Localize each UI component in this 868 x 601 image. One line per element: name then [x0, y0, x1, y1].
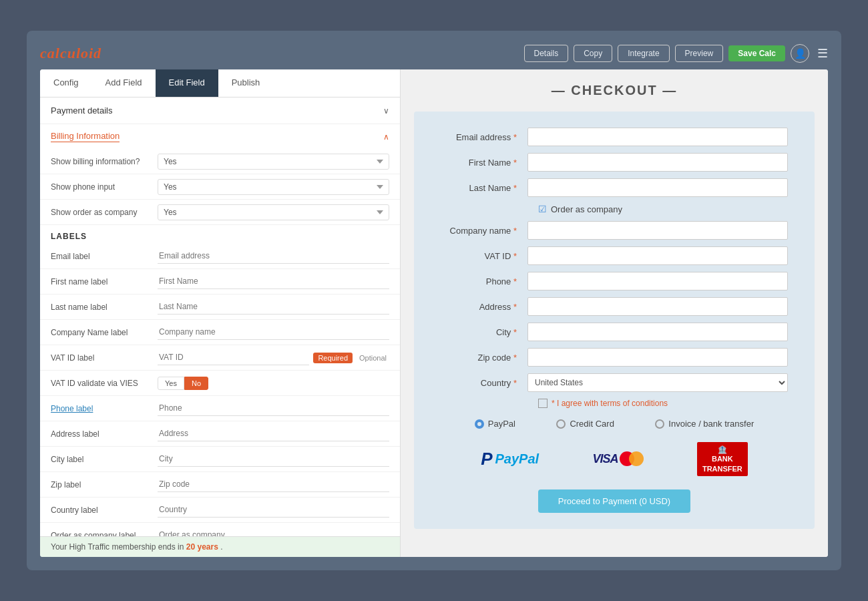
address-label-value[interactable]	[158, 426, 389, 441]
checkout-address-input[interactable]	[527, 297, 788, 316]
checkout-city-input[interactable]	[527, 323, 788, 341]
checkout-zip-input[interactable]	[527, 348, 788, 367]
city-label-input[interactable]	[158, 451, 389, 467]
tab-edit-field[interactable]: Edit Field	[156, 69, 218, 97]
show-billing-value[interactable]: Yes No	[158, 154, 389, 170]
bank-transfer-label: Invoice / bank transfer	[668, 419, 754, 429]
address-label-input[interactable]	[158, 426, 389, 441]
left-panel: Config Add Field Edit Field Publish Paym…	[40, 69, 401, 557]
show-billing-row: Show billing information? Yes No	[40, 149, 400, 174]
show-phone-select[interactable]: Yes No	[158, 179, 389, 195]
checkout-country-row: Country * United States	[441, 373, 788, 392]
order-as-company-text: Order as company	[551, 204, 622, 214]
vat-label-input[interactable]	[158, 350, 309, 365]
vat-label-text: VAT ID label	[51, 353, 158, 363]
show-company-value[interactable]: Yes No	[158, 204, 389, 220]
country-label-value[interactable]	[158, 502, 389, 518]
yes-no-toggle: Yes No	[158, 377, 389, 390]
mastercard-circles	[620, 451, 644, 466]
menu-icon[interactable]: ☰	[817, 46, 828, 61]
firstname-label-value[interactable]	[158, 274, 389, 289]
terms-row: * I agree with terms of conditions	[538, 399, 788, 408]
tab-config[interactable]: Config	[40, 69, 92, 97]
email-star: *	[513, 132, 517, 142]
order-company-label-input[interactable]	[158, 528, 389, 536]
show-billing-select[interactable]: Yes No	[158, 154, 389, 170]
billing-title: Billing Information	[51, 131, 120, 142]
company-label-value[interactable]	[158, 325, 389, 340]
visa-mastercard-logo: VISA	[593, 451, 644, 466]
show-company-row: Show order as company Yes No	[40, 200, 400, 225]
preview-area: — CHECKOUT — Email address * First Name …	[401, 69, 828, 557]
billing-header[interactable]: Billing Information ∧	[40, 124, 400, 149]
status-suffix: .	[220, 542, 222, 552]
credit-card-radio[interactable]	[556, 419, 566, 429]
show-phone-value[interactable]: Yes No	[158, 179, 389, 195]
email-label-input[interactable]	[158, 248, 389, 264]
checkout-company-label: Company name *	[441, 226, 527, 236]
proceed-btn-wrapper: Proceed to Payment (0 USD)	[441, 489, 788, 513]
checkout-email-input[interactable]	[527, 128, 788, 146]
checkout-firstname-input[interactable]	[527, 153, 788, 172]
payment-details-section[interactable]: Payment details ∨	[40, 97, 400, 124]
email-label-value[interactable]	[158, 248, 389, 264]
country-label-text: Country label	[51, 506, 158, 515]
phone-label-input[interactable]	[158, 401, 389, 416]
checkout-country-select[interactable]: United States	[527, 373, 788, 392]
lastname-label-value[interactable]	[158, 299, 389, 315]
order-company-label-row: Order as company label	[40, 523, 400, 536]
required-badge[interactable]: Required	[313, 353, 353, 363]
details-button[interactable]: Details	[524, 45, 569, 62]
vat-label-row: VAT ID label Required Optional	[40, 345, 400, 371]
vat-vies-label: VAT ID validate via VIES	[51, 379, 158, 388]
city-star: *	[513, 327, 517, 337]
company-label-input[interactable]	[158, 325, 389, 340]
paypal-option[interactable]: PayPal	[475, 419, 515, 429]
optional-badge[interactable]: Optional	[357, 353, 389, 363]
toggle-yes-button[interactable]: Yes	[158, 377, 184, 390]
bank-transfer-option[interactable]: Invoice / bank transfer	[655, 419, 754, 429]
zip-label-value[interactable]	[158, 477, 389, 492]
checkout-company-input[interactable]	[527, 221, 788, 240]
terms-checkbox[interactable]	[538, 399, 548, 408]
integrate-button[interactable]: Integrate	[618, 45, 669, 62]
save-calc-button[interactable]: Save Calc	[728, 45, 785, 61]
checkbox-checked-icon: ☑	[538, 204, 547, 214]
checkout-country-label: Country *	[441, 378, 527, 388]
checkout-address-label: Address *	[441, 302, 527, 312]
country-label-input[interactable]	[158, 502, 389, 518]
show-company-select[interactable]: Yes No	[158, 204, 389, 220]
vat-star: *	[513, 251, 517, 261]
vat-vies-row: VAT ID validate via VIES Yes No	[40, 371, 400, 396]
payment-logos: P PayPal VISA	[441, 442, 788, 476]
checkout-vat-input[interactable]	[527, 246, 788, 265]
paypal-p-icon: P	[481, 449, 492, 469]
toggle-no-button[interactable]: No	[184, 377, 208, 390]
proceed-payment-button[interactable]: Proceed to Payment (0 USD)	[538, 489, 690, 513]
zip-label-input[interactable]	[158, 477, 389, 492]
phone-label-text: Phone label	[51, 404, 158, 413]
preview-button[interactable]: Preview	[675, 45, 724, 62]
avatar[interactable]: 👤	[791, 44, 809, 63]
bank-transfer-radio[interactable]	[655, 419, 664, 429]
phone-label-highlight: Phone label	[51, 404, 93, 413]
phone-star: *	[513, 276, 517, 286]
checkout-firstname-row: First Name *	[441, 153, 788, 172]
phone-label-value[interactable]	[158, 401, 389, 416]
copy-button[interactable]: Copy	[574, 45, 612, 62]
tab-publish[interactable]: Publish	[218, 69, 274, 97]
checkout-city-row: City *	[441, 323, 788, 341]
checkout-vat-label: VAT ID *	[441, 251, 527, 261]
show-phone-row: Show phone input Yes No	[40, 174, 400, 200]
city-label-value[interactable]	[158, 451, 389, 467]
checkout-lastname-input[interactable]	[527, 178, 788, 197]
mc-orange-circle	[629, 451, 644, 466]
lastname-label-input[interactable]	[158, 299, 389, 315]
paypal-radio[interactable]	[475, 419, 484, 429]
country-label-row: Country label	[40, 497, 400, 523]
tab-add-field[interactable]: Add Field	[92, 69, 156, 97]
order-company-label-value[interactable]	[158, 528, 389, 536]
checkout-phone-input[interactable]	[527, 272, 788, 290]
firstname-label-input[interactable]	[158, 274, 389, 289]
credit-card-option[interactable]: Credit Card	[556, 419, 614, 429]
